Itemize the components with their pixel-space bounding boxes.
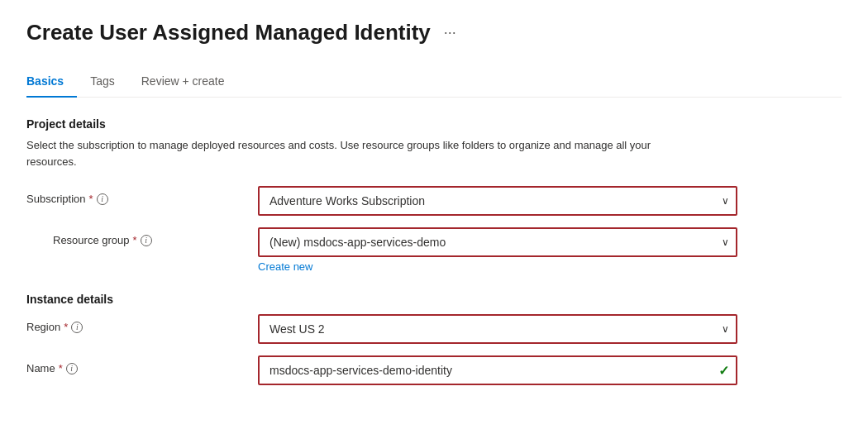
subscription-input-col: Adventure Works Subscription ∨: [258, 186, 737, 216]
instance-details-section: Instance details Region * i West US 2 ∨ …: [26, 293, 842, 385]
region-dropdown[interactable]: West US 2: [258, 314, 737, 344]
name-label: Name: [26, 362, 55, 374]
region-dropdown-wrapper: West US 2 ∨: [258, 314, 737, 344]
region-label: Region: [26, 321, 60, 333]
resource-group-dropdown-wrapper: (New) msdocs-app-services-demo ∨: [258, 227, 737, 257]
tabs-nav: Basics Tags Review + create: [26, 65, 842, 98]
resource-group-info-icon[interactable]: i: [141, 235, 152, 246]
name-info-icon[interactable]: i: [66, 363, 78, 374]
project-details-section: Project details Select the subscription …: [26, 117, 842, 273]
region-row: Region * i West US 2 ∨: [26, 314, 842, 344]
resource-group-dropdown[interactable]: (New) msdocs-app-services-demo: [258, 227, 737, 257]
resource-group-label: Resource group: [53, 234, 130, 246]
name-required: *: [59, 362, 63, 374]
name-input-wrapper: ✓: [258, 355, 737, 385]
tab-basics[interactable]: Basics: [26, 66, 77, 98]
tab-tags[interactable]: Tags: [90, 66, 128, 98]
project-details-title: Project details: [26, 117, 842, 131]
resource-group-required: *: [133, 234, 137, 246]
ellipsis-button[interactable]: ···: [439, 21, 461, 45]
subscription-info-icon[interactable]: i: [97, 193, 108, 205]
subscription-required: *: [89, 193, 93, 205]
region-label-col: Region * i: [26, 314, 258, 333]
resource-group-row: Resource group * i (New) msdocs-app-serv…: [26, 227, 842, 273]
name-input[interactable]: [258, 355, 737, 385]
region-input-col: West US 2 ∨: [258, 314, 737, 344]
resource-group-label-col: Resource group * i: [26, 227, 258, 246]
name-valid-icon: ✓: [718, 363, 729, 379]
resource-group-input-col: (New) msdocs-app-services-demo ∨ Create …: [258, 227, 737, 273]
region-required: *: [64, 321, 68, 333]
subscription-dropdown-wrapper: Adventure Works Subscription ∨: [258, 186, 737, 216]
subscription-row: Subscription * i Adventure Works Subscri…: [26, 186, 842, 216]
subscription-dropdown[interactable]: Adventure Works Subscription: [258, 186, 737, 216]
region-info-icon[interactable]: i: [71, 322, 83, 333]
create-new-link[interactable]: Create new: [258, 260, 312, 273]
instance-details-title: Instance details: [26, 293, 842, 306]
subscription-label-col: Subscription * i: [26, 186, 258, 205]
name-label-col: Name * i: [26, 355, 258, 374]
page-title: Create User Assigned Managed Identity: [26, 20, 431, 45]
project-details-description: Select the subscription to manage deploy…: [26, 137, 688, 169]
name-input-col: ✓: [258, 355, 737, 385]
tab-review-create[interactable]: Review + create: [141, 66, 238, 98]
subscription-label: Subscription: [26, 193, 86, 205]
name-row: Name * i ✓: [26, 355, 842, 385]
